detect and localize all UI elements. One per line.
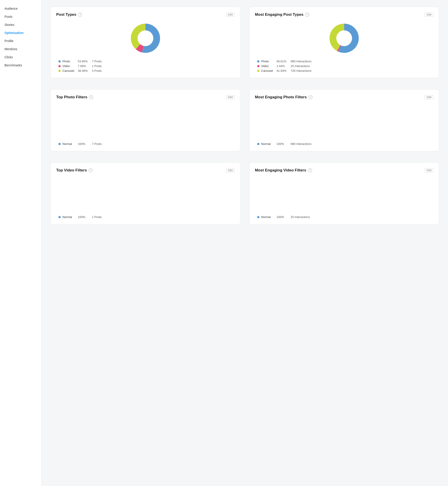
chart-section-right: Most Engaging Post Types?CSVPhoto56.61%9… [249,7,439,78]
chart-title-group: Most Engaging Video Filters? [255,168,312,173]
chart-title: Most Engaging Photo Filters [255,95,307,99]
legend: Photo53.85%7 PostsVideo7.69%1 PostsCarou… [56,60,235,73]
help-icon[interactable]: ? [308,95,312,99]
section-row-post-types: Post Types?CSVPhoto53.85%7 PostsVideo7.6… [51,7,439,78]
sidebar-item-clicks[interactable]: Clicks [0,53,41,61]
legend-label: Carousel [63,69,76,73]
chart-header: Most Engaging Photo Filters?CSV [255,95,433,99]
help-icon[interactable]: ? [89,95,93,99]
chart-title: Most Engaging Video Filters [255,168,306,173]
donut-container [56,177,235,211]
donut-chart [128,177,162,211]
csv-button[interactable]: CSV [425,95,433,99]
csv-button[interactable]: CSV [425,168,433,172]
csv-button[interactable]: CSV [226,13,235,17]
legend: Normal100%7 Posts [56,142,235,146]
chart-title-group: Most Engaging Post Types? [255,12,309,17]
help-icon[interactable]: ? [78,13,82,17]
chart-title-group: Most Engaging Photo Filters? [255,95,312,99]
legend-pct: 100% [78,142,90,146]
chart-header: Most Engaging Post Types?CSV [255,12,433,17]
legend-count: 25 Interactions [291,215,310,219]
legend-label: Carousel [261,69,275,73]
legend-item: Video7.69%1 Posts [58,64,235,68]
legend-dot [257,70,259,72]
legend: Photo56.61%980 InteractionsVideo1.44%25 … [255,60,433,73]
legend-dot [257,143,259,145]
legend-pct: 53.85% [78,60,90,63]
legend-label: Photo [63,60,76,63]
legend-item: Video1.44%25 Interactions [257,64,433,68]
legend-dot [58,60,61,63]
chart-title: Top Video Filters [56,168,87,173]
sidebar-item-posts[interactable]: Posts [0,13,41,21]
donut-container [255,21,433,55]
legend-item: Carousel41.94%726 Interactions [257,69,433,73]
legend-label: Photo [261,60,275,63]
legend-pct: 1.44% [277,64,289,68]
chart-title: Top Photo Filters [56,95,88,99]
chart-header: Top Video Filters?CSV [56,168,235,173]
chart-section-right: Most Engaging Photo Filters?CSVNormal100… [249,89,439,151]
sidebar-item-benchmarks[interactable]: Benchmarks [0,61,41,69]
csv-button[interactable]: CSV [226,168,235,172]
legend-pct: 100% [78,215,90,219]
chart-header: Top Photo Filters?CSV [56,95,235,99]
legend-dot [257,65,259,67]
legend-label: Normal [63,215,76,219]
donut-segment [131,24,145,49]
section-row-video-filters: Top Video Filters?CSVNormal100%1 PostsMo… [51,163,439,224]
chart-title-group: Top Photo Filters? [56,95,93,99]
legend-label: Normal [261,215,275,219]
legend-dot [257,216,259,218]
legend-count: 7 Posts [92,60,102,63]
help-icon[interactable]: ? [308,168,312,172]
legend-dot [58,216,61,218]
sidebar: AudiencePostsStoriesOptimizationProfileM… [0,0,42,486]
sidebar-item-mentions[interactable]: Mentions [0,45,41,53]
chart-section-right: Most Engaging Video Filters?CSVNormal100… [249,163,439,224]
legend-label: Normal [261,142,275,146]
legend: Normal100%25 Interactions [255,215,433,219]
legend-count: 726 Interactions [291,69,312,73]
chart-title-group: Post Types? [56,12,82,17]
legend-count: 1 Posts [92,64,102,68]
sidebar-item-stories[interactable]: Stories [0,21,41,29]
legend-label: Video [261,64,275,68]
chart-section-left: Top Video Filters?CSVNormal100%1 Posts [51,163,240,224]
donut-chart [128,21,162,55]
donut-container [255,177,433,211]
legend-count: 980 Interactions [291,60,312,63]
sidebar-item-profile[interactable]: Profile [0,37,41,45]
chart-title-group: Top Video Filters? [56,168,93,173]
donut-chart [327,177,361,211]
legend-count: 7 Posts [92,142,102,146]
help-icon[interactable]: ? [305,13,309,17]
sidebar-item-audience[interactable]: Audience [0,5,41,13]
main-content: Post Types?CSVPhoto53.85%7 PostsVideo7.6… [42,0,448,486]
donut-chart [327,104,361,138]
help-icon[interactable]: ? [88,168,93,172]
csv-button[interactable]: CSV [226,95,235,99]
donut-chart [128,104,162,138]
legend-pct: 100% [277,142,289,146]
sidebar-item-optimization[interactable]: Optimization [0,29,41,37]
donut-chart [327,21,361,55]
donut-container [56,21,235,55]
chart-title: Post Types [56,12,76,17]
chart-header: Post Types?CSV [56,12,235,17]
donut-container [56,104,235,138]
legend-item: Normal100%25 Interactions [257,215,433,219]
legend: Normal100%1 Posts [56,215,235,219]
chart-title: Most Engaging Post Types [255,12,304,17]
legend-pct: 41.94% [277,69,289,73]
legend-label: Video [63,64,76,68]
legend-dot [58,65,61,67]
legend: Normal100%980 Interactions [255,142,433,146]
legend-count: 980 Interactions [291,142,312,146]
chart-section-left: Post Types?CSVPhoto53.85%7 PostsVideo7.6… [51,7,240,78]
legend-label: Normal [63,142,76,146]
chart-header: Most Engaging Video Filters?CSV [255,168,433,173]
csv-button[interactable]: CSV [425,13,433,17]
legend-item: Photo56.61%980 Interactions [257,60,433,63]
